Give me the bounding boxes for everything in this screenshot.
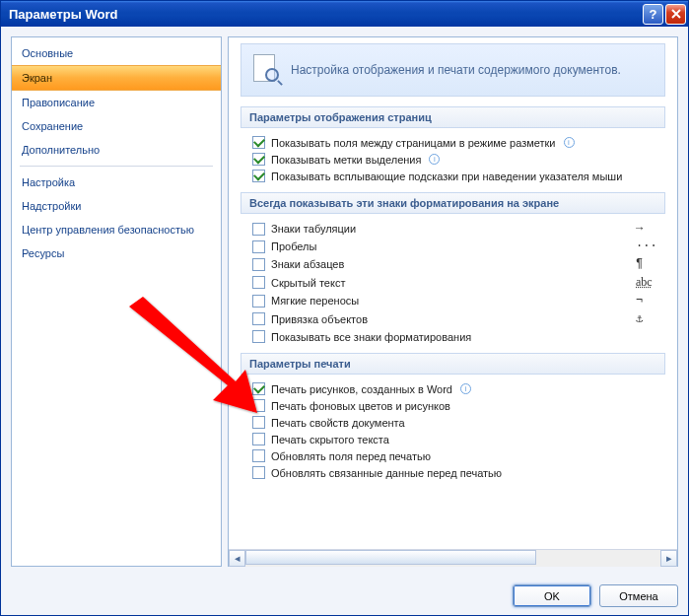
symbol-hyphen: ¬ xyxy=(636,294,665,308)
checkbox[interactable] xyxy=(252,258,265,271)
cancel-button[interactable]: Отмена xyxy=(599,584,678,607)
horizontal-scrollbar[interactable]: ◂ ▸ xyxy=(229,549,677,566)
info-icon[interactable]: i xyxy=(564,137,575,148)
sidebar-item-proofing[interactable]: Правописание xyxy=(12,91,221,114)
checkbox[interactable] xyxy=(252,382,265,395)
checkbox[interactable] xyxy=(252,136,265,149)
checkbox[interactable] xyxy=(252,449,265,462)
scroll-thumb[interactable] xyxy=(245,550,536,565)
sidebar-item-general[interactable]: Основные xyxy=(12,41,221,65)
symbol-paragraph: ¶ xyxy=(636,257,665,271)
sidebar-item-display[interactable]: Экран xyxy=(12,65,221,91)
opt-print-update-linked[interactable]: Обновлять связанные данные перед печатью xyxy=(241,464,665,481)
opt-show-highlighter[interactable]: Показывать метки выделения i xyxy=(241,151,665,168)
category-sidebar: Основные Экран Правописание Сохранение Д… xyxy=(11,36,222,567)
checkbox[interactable] xyxy=(252,153,265,166)
opt-mark-paragraph[interactable]: Знаки абзацев ¶ xyxy=(241,255,665,273)
opt-show-tooltips[interactable]: Показывать всплывающие подсказки при нав… xyxy=(241,168,665,184)
checkbox[interactable] xyxy=(252,416,265,429)
symbol-space: ··· xyxy=(636,240,665,253)
opt-mark-tab[interactable]: Знаки табуляции → xyxy=(241,220,665,238)
opt-mark-all[interactable]: Показывать все знаки форматирования xyxy=(241,328,665,345)
opt-mark-anchor[interactable]: Привязка объектов ⚓ xyxy=(241,309,665,328)
checkbox[interactable] xyxy=(252,466,265,479)
section-print-header: Параметры печати xyxy=(241,353,665,375)
info-icon[interactable]: i xyxy=(460,383,471,394)
checkbox[interactable] xyxy=(252,223,265,236)
symbol-anchor: ⚓ xyxy=(636,311,665,326)
opt-mark-hidden[interactable]: Скрытый текст abc xyxy=(241,273,665,292)
preview-icon xyxy=(253,54,281,86)
section-marks-header: Всегда показывать эти знаки форматирован… xyxy=(241,192,665,214)
sidebar-item-customize[interactable]: Настройка xyxy=(12,171,221,194)
banner-text: Настройка отображения и печати содержимо… xyxy=(291,63,621,77)
word-options-dialog: Параметры Word ? Основные Экран Правопис… xyxy=(0,0,689,616)
page-banner: Настройка отображения и печати содержимо… xyxy=(241,43,665,97)
window-title: Параметры Word xyxy=(9,7,641,22)
checkbox[interactable] xyxy=(252,170,265,182)
opt-mark-space[interactable]: Пробелы ··· xyxy=(241,238,665,255)
sidebar-item-trust-center[interactable]: Центр управления безопасностью xyxy=(12,218,221,241)
content-scroll: Настройка отображения и печати содержимо… xyxy=(229,37,677,549)
section-display-header: Параметры отображения страниц xyxy=(241,106,665,128)
checkbox[interactable] xyxy=(252,399,265,412)
opt-mark-hyphen[interactable]: Мягкие переносы ¬ xyxy=(241,292,665,309)
opt-print-properties[interactable]: Печать свойств документа xyxy=(241,414,665,431)
opt-print-hidden[interactable]: Печать скрытого текста xyxy=(241,431,665,447)
symbol-hidden: abc xyxy=(636,275,665,290)
opt-print-background[interactable]: Печать фоновых цветов и рисунков xyxy=(241,397,665,414)
help-button[interactable]: ? xyxy=(643,4,663,25)
scroll-left-button[interactable]: ◂ xyxy=(229,550,245,567)
scroll-right-button[interactable]: ▸ xyxy=(660,550,677,567)
symbol-tab: → xyxy=(636,222,665,236)
close-button[interactable] xyxy=(665,4,686,25)
sidebar-item-advanced[interactable]: Дополнительно xyxy=(12,138,221,162)
content-panel: Настройка отображения и печати содержимо… xyxy=(228,36,678,567)
checkbox[interactable] xyxy=(252,240,265,253)
scroll-track[interactable] xyxy=(245,550,660,567)
titlebar: Параметры Word ? xyxy=(1,1,688,27)
opt-show-whitespace[interactable]: Показывать поля между страницами в режим… xyxy=(241,134,665,151)
checkbox[interactable] xyxy=(252,276,265,289)
checkbox[interactable] xyxy=(252,295,265,308)
sidebar-item-addins[interactable]: Надстройки xyxy=(12,194,221,218)
info-icon[interactable]: i xyxy=(429,154,440,165)
checkbox[interactable] xyxy=(252,433,265,445)
sidebar-item-resources[interactable]: Ресурсы xyxy=(12,241,221,265)
dialog-footer: OK Отмена xyxy=(1,577,688,615)
ok-button[interactable]: OK xyxy=(513,584,591,607)
opt-print-drawings[interactable]: Печать рисунков, созданных в Word i xyxy=(241,380,665,397)
sidebar-item-save[interactable]: Сохранение xyxy=(12,114,221,138)
sidebar-divider xyxy=(20,166,213,167)
checkbox[interactable] xyxy=(252,312,265,325)
opt-print-update-fields[interactable]: Обновлять поля перед печатью xyxy=(241,447,665,464)
checkbox[interactable] xyxy=(252,330,265,343)
dialog-body: Основные Экран Правописание Сохранение Д… xyxy=(1,27,688,577)
